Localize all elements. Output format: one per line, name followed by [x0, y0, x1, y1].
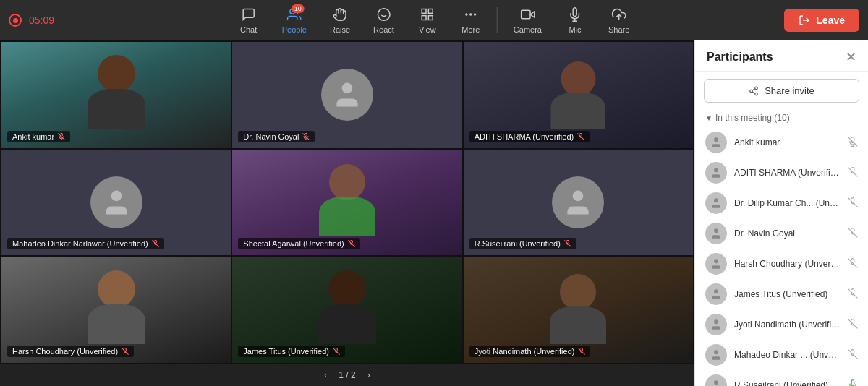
mahadeo-nametag: Mahadeo Dinkar Narlawar (Unverified) — [7, 238, 164, 249]
sheetal-mic-icon — [348, 240, 355, 247]
jyoti-nametag: Jyoti Nandimath (Unverified) — [469, 346, 591, 357]
ankit-avatar-icon — [710, 136, 723, 149]
participant-item-navin[interactable]: Dr. Navin Goyal — [695, 218, 868, 249]
toolbar-left: 05:09 — [9, 14, 54, 27]
participant-item-mahadeo[interactable]: Mahadeo Dinkar ... (Unverified) — [695, 340, 868, 370]
dilip-avatar — [705, 192, 727, 214]
james-participant-avatar-icon — [710, 288, 723, 301]
toolbar: 05:09 Chat 10 People — [0, 0, 868, 40]
rsuseilrani-avatar-icon — [562, 186, 594, 218]
sheetal-person — [319, 164, 375, 236]
harsh-participant-mic — [848, 258, 858, 270]
toolbar-center: Chat 10 People — [229, 3, 640, 38]
raise-icon-wrap — [333, 7, 347, 23]
more-button[interactable]: More — [451, 3, 491, 38]
participants-panel: Participants ✕ Share invite ▼ In this me… — [694, 40, 868, 386]
react-label: React — [373, 25, 394, 34]
people-button[interactable]: 10 People — [272, 3, 317, 38]
svg-line-24 — [152, 241, 158, 247]
mahadeo-participant-mic — [848, 349, 858, 361]
ankit-avatar — [705, 132, 727, 153]
close-panel-button[interactable]: ✕ — [846, 51, 856, 64]
meeting-section: ▼ In this meeting (10) — [695, 110, 868, 127]
video-cell-navin: Dr. Navin Goyal — [232, 42, 461, 148]
leave-label: Leave — [816, 14, 845, 26]
svg-point-23 — [111, 190, 122, 201]
svg-point-31 — [755, 87, 758, 90]
rsuseilrani-participant-name: R.Suseilrani (Unverified) — [734, 380, 841, 386]
share-invite-label: Share invite — [765, 85, 814, 96]
svg-line-51 — [848, 319, 858, 328]
raise-label: Raise — [330, 25, 350, 34]
video-cell-james: James Titus (Unverified) — [232, 257, 461, 363]
ankit-participant-mic — [848, 137, 858, 149]
svg-point-46 — [714, 259, 718, 263]
chat-button[interactable]: Chat — [229, 3, 269, 38]
participant-item-ankit[interactable]: Ankit kumar — [695, 127, 868, 158]
mic-button[interactable]: Mic — [555, 3, 595, 38]
participant-item-rsuseilrani[interactable]: R.Suseilrani (Unverified) — [695, 370, 868, 386]
camera-button[interactable]: Camera — [503, 3, 552, 38]
react-icon-wrap — [376, 7, 391, 23]
navin-avatar-icon — [331, 79, 363, 111]
share-invite-icon — [749, 86, 759, 96]
svg-line-34 — [752, 91, 755, 93]
navin-participant-name: Dr. Navin Goyal — [734, 228, 841, 239]
harsh-nametag: Harsh Choudhary (Unverified) — [7, 346, 134, 357]
svg-point-26 — [573, 190, 584, 201]
raise-icon — [333, 7, 347, 22]
rsuseilrani-participant-mic — [848, 379, 858, 387]
mahadeo-avatar-icon — [101, 186, 132, 218]
svg-line-53 — [848, 349, 858, 359]
participants-list: Ankit kumar ADITI SHARMA (Unverified) — [695, 127, 868, 386]
people-label: People — [282, 25, 307, 34]
next-page-button[interactable]: › — [363, 369, 375, 382]
sheetal-nametag: Sheetal Agarwal (Unverified) — [238, 238, 359, 249]
participant-item-james[interactable]: James Titus (Unverified) — [695, 279, 868, 309]
aditi-name: ADITI SHARMA (Unverified) — [475, 132, 574, 141]
svg-line-47 — [848, 258, 858, 267]
pagination-bar: ‹ 1 / 2 › — [0, 364, 694, 386]
toolbar-right: Leave — [784, 9, 859, 32]
navin-nametag: Dr. Navin Goyal — [238, 131, 315, 142]
react-button[interactable]: React — [363, 3, 404, 38]
aditi-person — [551, 61, 605, 129]
prev-page-button[interactable]: ‹ — [320, 369, 331, 382]
svg-line-22 — [578, 133, 584, 140]
rsuseilrani-name: R.Suseilrani (Unverified) — [475, 239, 561, 248]
jyoti-mic-icon — [578, 348, 585, 355]
video-cell-jyoti: Jyoti Nandimath (Unverified) — [464, 257, 693, 363]
leave-button[interactable]: Leave — [784, 9, 859, 32]
aditi-participant-avatar-icon — [710, 166, 723, 179]
participant-item-aditi[interactable]: ADITI SHARMA (Unverified) — [695, 158, 868, 188]
pagination-label: 1 / 2 — [339, 370, 355, 380]
more-icon — [464, 7, 478, 22]
ankit-nametag: Ankit kumar — [7, 131, 70, 142]
dilip-participant-name: Dr. Dilip Kumar Ch... (Unverified) — [734, 198, 841, 208]
meeting-section-label: In this meeting (10) — [715, 113, 790, 123]
rsuseilrani-nametag: R.Suseilrani (Unverified) — [469, 238, 576, 249]
people-badge: 10 — [292, 4, 305, 13]
dilip-avatar-icon — [710, 197, 723, 210]
video-cell-sheetal: Sheetal Agarwal (Unverified) — [232, 150, 461, 256]
panel-header: Participants ✕ — [695, 40, 868, 72]
share-invite-button[interactable]: Share invite — [704, 79, 859, 103]
view-button[interactable]: View — [407, 3, 448, 38]
video-cell-harsh: Harsh Choudhary (Unverified) — [1, 257, 231, 363]
share-button[interactable]: Share — [598, 3, 639, 38]
jyoti-participant-name: Jyoti Nandimath (Unverified) — [734, 319, 841, 330]
navin-avatar — [321, 69, 373, 121]
james-participant-mic — [848, 288, 858, 301]
video-cell-mahadeo: Mahadeo Dinkar Narlawar (Unverified) — [1, 150, 231, 256]
people-icon-wrap: 10 — [287, 7, 302, 23]
participant-item-dilip[interactable]: Dr. Dilip Kumar Ch... (Unverified) — [695, 188, 868, 218]
view-icon-wrap — [420, 7, 435, 23]
raise-button[interactable]: Raise — [320, 3, 360, 38]
navin-participant-avatar — [705, 223, 727, 244]
mahadeo-name: Mahadeo Dinkar Narlawar (Unverified) — [12, 239, 148, 248]
participant-item-harsh[interactable]: Harsh Choudhary (Unverified) — [695, 249, 868, 279]
participant-item-jyoti[interactable]: Jyoti Nandimath (Unverified) — [695, 309, 868, 340]
svg-point-42 — [714, 198, 718, 202]
aditi-nametag: ADITI SHARMA (Unverified) — [469, 131, 590, 142]
navin-name: Dr. Navin Goyal — [243, 132, 299, 141]
